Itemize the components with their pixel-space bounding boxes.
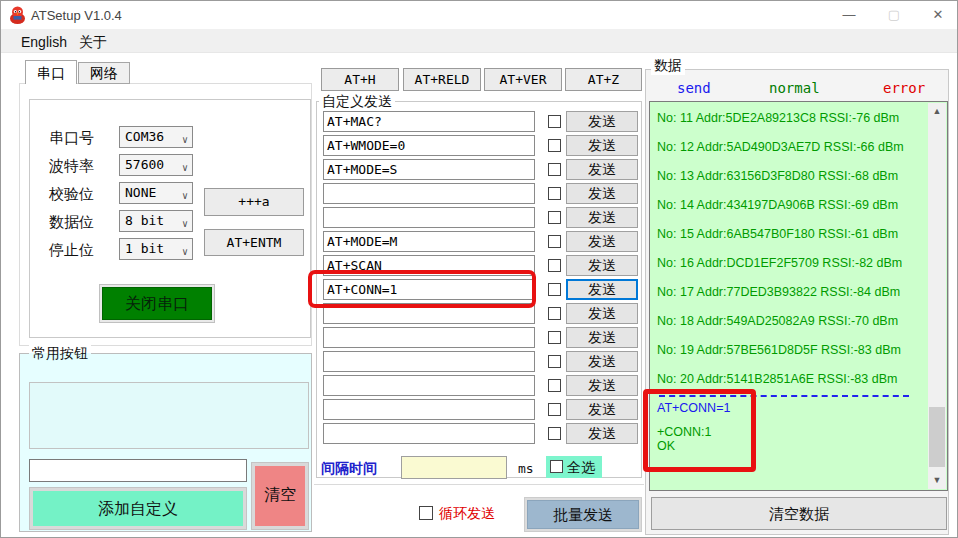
terminal-content: No: 11 Addr:5DE2A89213C8 RSSI:-76 dBmNo:… (651, 103, 929, 489)
command-input[interactable] (323, 327, 535, 348)
command-checkbox[interactable] (548, 283, 561, 296)
send-button[interactable]: 发送 (566, 111, 638, 132)
loop-send-checkbox[interactable] (419, 506, 433, 520)
close-port-label: 关闭串口 (102, 287, 212, 320)
send-button[interactable]: 发送 (566, 231, 638, 252)
batch-send-button[interactable]: 批量发送 (524, 497, 642, 532)
clear-button[interactable]: 清空 (251, 462, 309, 530)
command-input[interactable] (323, 423, 535, 444)
command-input[interactable] (323, 375, 535, 396)
command-input[interactable]: AT+MAC? (323, 111, 535, 132)
loop-send-label: 循环发送 (439, 505, 495, 523)
data-bits-select[interactable]: 8 bit∨ (119, 210, 193, 232)
tab-network[interactable]: 网络 (78, 62, 130, 84)
command-input[interactable] (323, 303, 535, 324)
command-checkbox[interactable] (548, 331, 561, 344)
at-ver-button[interactable]: AT+VER (484, 68, 562, 91)
parity-select[interactable]: NONE∨ (119, 182, 193, 204)
interval-unit-label: ms (518, 461, 534, 476)
parity-label: 校验位 (49, 185, 94, 204)
command-input[interactable] (323, 351, 535, 372)
menu-item-english[interactable]: English (15, 32, 73, 52)
command-checkbox[interactable] (548, 211, 561, 224)
com-port-select[interactable]: COM36∨ (119, 126, 193, 148)
close-port-button[interactable]: 关闭串口 (99, 284, 215, 323)
maximize-button[interactable]: ▢ (879, 5, 909, 25)
scroll-up-arrow-icon[interactable]: ▲ (928, 103, 946, 120)
app-icon (9, 6, 26, 24)
stop-bits-select[interactable]: 1 bit∨ (119, 238, 193, 260)
send-button[interactable]: 发送 (566, 207, 638, 228)
send-button[interactable]: 发送 (566, 399, 638, 420)
chevron-down-icon: ∨ (182, 130, 188, 150)
command-checkbox[interactable] (548, 139, 561, 152)
send-button[interactable]: 发送 (566, 351, 638, 372)
minimize-button[interactable]: — (834, 5, 864, 25)
baud-rate-value: 57600 (125, 157, 164, 172)
common-buttons-list[interactable] (29, 382, 309, 449)
terminal-line: +CONN:1 (657, 425, 929, 439)
command-checkbox[interactable] (548, 379, 561, 392)
command-checkbox[interactable] (548, 115, 561, 128)
add-custom-button[interactable]: 添加自定义 (29, 487, 247, 530)
command-input[interactable]: AT+MODE=S (323, 159, 535, 180)
send-button[interactable]: 发送 (566, 183, 638, 204)
command-input[interactable] (323, 207, 535, 228)
send-button[interactable]: 发送 (566, 159, 638, 180)
at-z-button[interactable]: AT+Z (565, 68, 642, 91)
title-bar: ATSetup V1.0.4 — ▢ ✕ (1, 1, 957, 29)
send-button[interactable]: 发送 (566, 327, 638, 348)
send-button[interactable]: 发送 (566, 135, 638, 156)
at-entm-button[interactable]: AT+ENTM (204, 229, 304, 256)
command-checkbox[interactable] (548, 403, 561, 416)
plus-plus-plus-a-button[interactable]: +++a (204, 188, 304, 216)
select-all-label: 全选 (567, 459, 595, 477)
select-all-checkbox[interactable] (550, 460, 563, 473)
terminal-line: AT+CONN=1 (657, 401, 929, 425)
command-checkbox[interactable] (548, 187, 561, 200)
common-command-input[interactable] (29, 459, 247, 482)
clear-data-button[interactable]: 清空数据 (651, 497, 947, 530)
data-bits-label: 数据位 (49, 213, 94, 232)
terminal-line: No: 18 Addr:549AD25082A9 RSSI:-70 dBm (657, 314, 929, 343)
add-custom-label: 添加自定义 (33, 491, 243, 526)
send-button[interactable]: 发送 (566, 279, 638, 300)
com-port-label: 串口号 (49, 129, 94, 148)
menu-item-about[interactable]: 关于 (73, 32, 113, 54)
tab-serial[interactable]: 串口 (25, 60, 77, 84)
at-reld-button[interactable]: AT+RELD (403, 68, 481, 91)
command-input[interactable]: AT+MODE=M (323, 231, 535, 252)
command-input[interactable]: AT+CONN=1 (323, 279, 535, 300)
command-checkbox[interactable] (548, 355, 561, 368)
command-input[interactable]: AT+SCAN (323, 255, 535, 276)
command-checkbox[interactable] (548, 307, 561, 320)
menu-bar: English 关于 (1, 29, 957, 53)
terminal-line: OK (657, 439, 929, 453)
command-input[interactable]: AT+WMODE=0 (323, 135, 535, 156)
chevron-down-icon: ∨ (182, 186, 188, 206)
send-button[interactable]: 发送 (566, 303, 638, 324)
at-h-button[interactable]: AT+H (321, 68, 399, 91)
command-checkbox[interactable] (548, 259, 561, 272)
scroll-down-arrow-icon[interactable]: ▼ (928, 472, 946, 489)
terminal-line: No: 12 Addr:5AD490D3AE7D RSSI:-66 dBm (657, 140, 929, 169)
command-checkbox[interactable] (548, 163, 561, 176)
terminal-line: No: 17 Addr:77DED3B93822 RSSI:-84 dBm (657, 285, 929, 314)
command-input[interactable] (323, 183, 535, 204)
custom-send-title: 自定义发送 (319, 93, 395, 111)
send-button[interactable]: 发送 (566, 375, 638, 396)
baud-rate-select[interactable]: 57600∨ (119, 154, 193, 176)
scrollbar-thumb[interactable] (929, 407, 945, 467)
interval-time-input[interactable] (401, 456, 507, 479)
terminal-output[interactable]: No: 11 Addr:5DE2A89213C8 RSSI:-76 dBmNo:… (649, 101, 948, 491)
chevron-down-icon: ∨ (182, 214, 188, 234)
command-checkbox[interactable] (548, 427, 561, 440)
terminal-line: No: 16 Addr:DCD1EF2F5709 RSSI:-82 dBm (657, 256, 929, 285)
send-button[interactable]: 发送 (566, 255, 638, 276)
send-button[interactable]: 发送 (566, 423, 638, 444)
terminal-scrollbar[interactable]: ▲ ▼ (928, 103, 946, 489)
command-checkbox[interactable] (548, 235, 561, 248)
command-input[interactable] (323, 399, 535, 420)
terminal-line: No: 19 Addr:57BE561D8D5F RSSI:-83 dBm (657, 343, 929, 372)
close-button[interactable]: ✕ (923, 5, 953, 25)
